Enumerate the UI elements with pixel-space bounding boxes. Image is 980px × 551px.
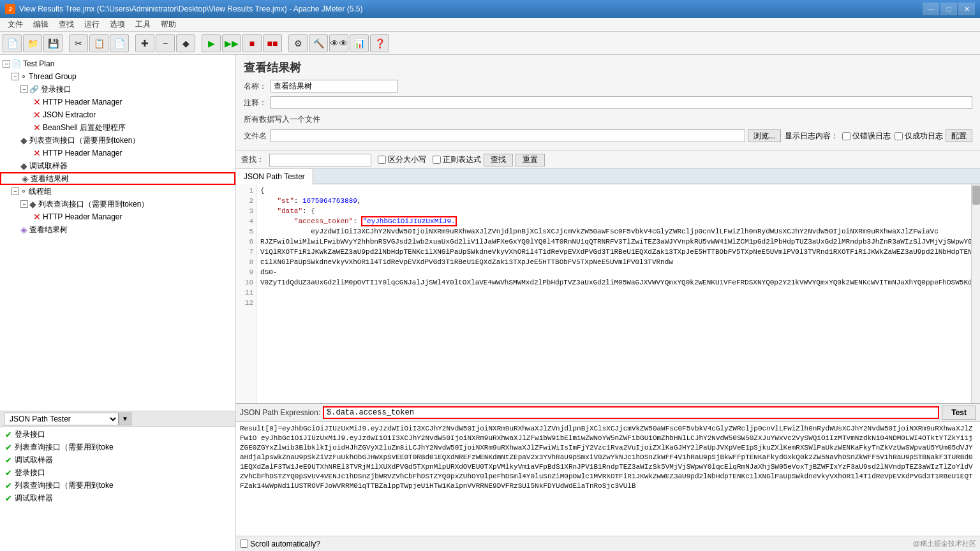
sampler-icon: 🔗 (29, 85, 39, 94)
show-log-label: 显示日志内容： (785, 131, 838, 142)
result-item-5[interactable]: ✔ 调试取样器 (0, 492, 235, 504)
paste-button[interactable]: 📄 (110, 34, 129, 52)
remove-button[interactable]: − (156, 34, 175, 52)
expand-thread-group-1[interactable]: − (11, 73, 19, 80)
success-log-label[interactable]: 仅成功日志 (895, 131, 943, 142)
result-item-4[interactable]: ✔ 列表查询接口（需要用到toke (0, 479, 235, 492)
list-query-2-icon: ◆ (29, 199, 36, 209)
maximize-button[interactable]: □ (940, 3, 957, 15)
dropdown-arrow[interactable]: ▼ (119, 413, 131, 425)
help-button[interactable]: ❓ (370, 34, 389, 52)
result-item-3[interactable]: ✔ 登录接口 (0, 466, 235, 479)
expand-list-query-2[interactable]: − (20, 200, 28, 208)
case-sensitive-text: 区分大小写 (388, 154, 426, 165)
scrollbar-thumb[interactable] (972, 186, 980, 205)
tree-item-list-query[interactable]: ◆ 列表查询接口（需要用到token） (0, 134, 235, 147)
ok-icon-5: ✔ (5, 494, 12, 503)
scroll-auto-label[interactable]: Scroll automatically? (240, 540, 320, 548)
jsonpath-label: JSON Path Expression: (240, 408, 320, 417)
name-input[interactable] (271, 80, 398, 92)
result-view-dropdown[interactable]: JSON Path Tester (4, 413, 119, 425)
copy-button[interactable]: 📋 (89, 34, 108, 52)
minimize-button[interactable]: — (923, 3, 939, 15)
content-area: JSON Path Tester 123456789101112 { "st":… (236, 169, 980, 536)
panel-title: 查看结果树 (244, 60, 972, 75)
menu-find[interactable]: 查找 (54, 18, 79, 31)
menu-tools[interactable]: 工具 (130, 18, 156, 31)
menu-edit[interactable]: 编辑 (28, 18, 54, 31)
menu-help[interactable]: 帮助 (156, 18, 181, 31)
window-title: View Results Tree.jmx (C:\Users\Administ… (19, 4, 923, 13)
stop-all-button[interactable]: ■■ (263, 34, 282, 52)
code-view[interactable]: { "st": 1675064763889, "data": { "access… (256, 184, 971, 403)
error-log-label[interactable]: 仅错误日志 (842, 131, 891, 142)
config-button[interactable]: ⚙ (288, 34, 308, 52)
http-header-3-icon: ✕ (33, 212, 41, 222)
expand-test-plan[interactable]: − (3, 60, 10, 68)
test-plan-label: Test Plan (23, 59, 54, 68)
menu-options[interactable]: 选项 (105, 18, 130, 31)
regex-label[interactable]: 正则表达式 (433, 154, 481, 165)
report-button[interactable]: 📊 (350, 34, 369, 52)
case-sensitive-label[interactable]: 区分大小写 (378, 154, 426, 165)
regex-checkbox[interactable] (433, 156, 441, 164)
regex-text: 正则表达式 (443, 154, 481, 165)
case-sensitive-checkbox[interactable] (378, 156, 386, 164)
result-label-1: 列表查询接口（需要用到toke (15, 442, 114, 453)
expand-thread-group-2[interactable]: − (11, 187, 19, 195)
list-query-label: 列表查询接口（需要用到token） (29, 135, 140, 146)
tree-item-http-header-2[interactable]: ✕ HTTP Header Manager (0, 147, 235, 159)
cut-button[interactable]: ✂ (69, 34, 88, 52)
result-area[interactable]: Result[0]=eyJhbGciOiJIUzUxMiJ9.eyJzdWIiO… (236, 421, 980, 536)
tree-item-login[interactable]: − 🔗 登录接口 (0, 83, 235, 96)
result-item-0[interactable]: ✔ 登录接口 (0, 428, 235, 441)
scroll-auto-checkbox[interactable] (240, 540, 248, 548)
tree-item-view-results-tree[interactable]: ◈ 查看结果树 (0, 172, 235, 185)
tree-item-debug-sampler[interactable]: ◆ 调试取样器 (0, 159, 235, 172)
tree-item-view-results-tree-2[interactable]: ◈ 查看结果树 (0, 223, 235, 236)
expand-login[interactable]: − (20, 85, 28, 93)
reset-button[interactable]: 重置 (516, 154, 545, 166)
open-button[interactable]: 📁 (23, 34, 42, 52)
tree-item-beanshell[interactable]: ✕ BeanShell 后置处理程序 (0, 121, 235, 134)
search-input[interactable] (269, 154, 371, 166)
menu-run[interactable]: 运行 (79, 18, 105, 31)
add-button[interactable]: ✚ (135, 34, 154, 52)
config-button[interactable]: 配置 (946, 129, 972, 142)
run-button[interactable]: ▶ (202, 34, 221, 52)
success-log-checkbox[interactable] (895, 132, 903, 140)
tree-item-http-header[interactable]: ✕ HTTP Header Manager (0, 96, 235, 108)
new-button[interactable]: 📄 (3, 34, 22, 52)
tree-item-thread-group-2[interactable]: − ⚬ 线程组 (0, 185, 235, 198)
clear-button[interactable]: ◆ (176, 34, 195, 52)
window-controls: — □ ✕ (923, 3, 975, 15)
list-query-2-label: 列表查询接口（需要用到token） (38, 199, 149, 210)
browse-button[interactable]: 浏览... (748, 129, 781, 142)
error-log-checkbox[interactable] (842, 132, 850, 140)
tab-json-path-tester[interactable]: JSON Path Tester (236, 169, 313, 184)
find-button[interactable]: 查找 (484, 154, 513, 166)
tree-item-thread-group-1[interactable]: − ⚬ Thread Group (0, 70, 235, 83)
comment-label: 注释： (244, 98, 267, 108)
result-item-2[interactable]: ✔ 调试取样器 (0, 453, 235, 466)
menu-file[interactable]: 文件 (3, 18, 28, 31)
tree-item-http-header-3[interactable]: ✕ HTTP Header Manager (0, 210, 235, 223)
tree-item-list-query-2[interactable]: − ◆ 列表查询接口（需要用到token） (0, 198, 235, 210)
search-label: 查找： (241, 154, 264, 165)
binoculars-button[interactable]: 👁👁 (329, 34, 348, 52)
tree-item-json-extractor[interactable]: ✕ JSON Extractor (0, 108, 235, 121)
debug-button[interactable]: 🔨 (309, 34, 328, 52)
thread-group-2-icon: ⚬ (20, 187, 27, 196)
save-button[interactable]: 💾 (43, 34, 63, 52)
result-item-1[interactable]: ✔ 列表查询接口（需要用到toke (0, 441, 235, 453)
tree-item-test-plan[interactable]: − 📄 Test Plan (0, 57, 235, 70)
list-query-icon: ◆ (20, 135, 27, 145)
comment-input[interactable] (271, 96, 972, 109)
close-button[interactable]: ✕ (958, 3, 975, 15)
test-button[interactable]: Test (942, 406, 976, 420)
code-scrollbar[interactable] (971, 184, 980, 403)
file-input[interactable] (271, 129, 745, 142)
run-all-button[interactable]: ▶▶ (222, 34, 241, 52)
jsonpath-input[interactable] (323, 406, 939, 419)
stop-button[interactable]: ■ (242, 34, 262, 52)
